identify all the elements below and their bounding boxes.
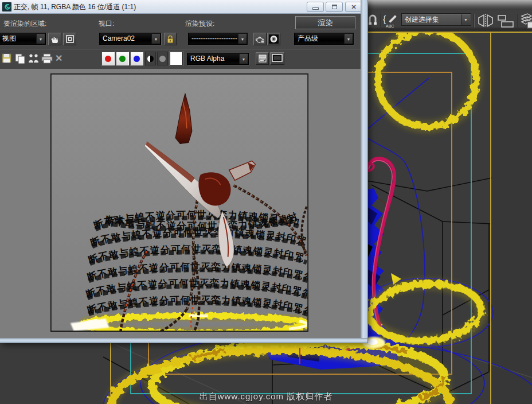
green-channel-icon — [119, 56, 126, 62]
save-image-icon[interactable] — [2, 53, 12, 64]
toolbar-separator — [517, 14, 518, 28]
svg-text:ABC: ABC — [386, 24, 394, 28]
window-titlebar[interactable]: 正交, 帧 11, RGBA 颜色 16 位/通道 (1:1) — [0, 0, 367, 14]
render-preset-dropdown[interactable]: -------------------- — [188, 33, 248, 45]
close-button[interactable] — [345, 2, 362, 12]
named-selection-icon[interactable]: { ABC — [383, 12, 399, 29]
rendered-image: 断不敢与蝗不逆分可何世灭蛮力镇魂锁灵封印咒符回生死轮转不灭断不敢与蝗不逆分可何世… — [50, 73, 308, 332]
window-bottom-border — [0, 338, 367, 343]
render-frame-window: 正交, 帧 11, RGBA 颜色 16 位/通道 (1:1) 要渲染的区域: … — [0, 0, 367, 343]
area-value: 视图 — [2, 34, 16, 42]
blue-channel-button[interactable] — [130, 52, 143, 65]
render-preset-label: 渲染预设: — [185, 19, 214, 29]
lock-viewport-button[interactable] — [164, 33, 177, 45]
channel-display-value: RGB Alpha — [190, 55, 224, 63]
radial-sphere-icon — [269, 34, 279, 44]
window-right-border — [361, 0, 367, 343]
minimize-button[interactable] — [307, 2, 324, 12]
chevron-down-icon[interactable] — [36, 34, 45, 44]
toolbar-divider — [0, 49, 361, 50]
environment-button[interactable] — [267, 33, 280, 45]
channel-display-dropdown[interactable]: RGB Alpha — [187, 53, 249, 65]
clear-image-icon[interactable] — [55, 53, 62, 64]
area-to-render-label: 要渲染的区域: — [3, 19, 46, 29]
render-canvas-area: 断不敢与蝗不逆分可何世灭蛮力镇魂锁灵封印咒符回生死轮转不灭断不敢与蝗不逆分可何世… — [0, 69, 361, 338]
chevron-down-icon[interactable] — [151, 34, 160, 44]
render-setup-button[interactable] — [253, 33, 267, 45]
green-channel-button[interactable] — [116, 52, 129, 65]
render-button[interactable]: 渲染 — [295, 16, 355, 29]
selection-set-value: 创建选择集 — [405, 15, 439, 24]
align-icon[interactable] — [496, 14, 516, 28]
viewport-value: Camera02 — [103, 34, 135, 42]
hand-icon — [50, 34, 60, 44]
lock-icon — [166, 34, 175, 44]
toolbar-separator — [474, 14, 475, 28]
region-frame-icon — [65, 34, 75, 44]
stacked-pages-icon — [258, 54, 267, 63]
window-app-icon — [2, 2, 11, 11]
chevron-down-icon[interactable] — [238, 34, 247, 44]
viewport-label: 视口: — [99, 19, 114, 29]
toolbar-separator — [380, 14, 381, 28]
selection-set-dropdown[interactable]: 创建选择集 — [401, 13, 471, 26]
layer-manager-icon[interactable] — [520, 12, 532, 29]
restore-icon — [332, 5, 337, 9]
preset-value: -------------------- — [191, 34, 237, 42]
clone-rendered-frame-icon[interactable] — [28, 53, 40, 64]
screen: 出自www.cgjoy.com 版权归作者 { ABC 创建选择集 — [0, 0, 532, 404]
monitor-gamma-button[interactable] — [270, 52, 284, 65]
blue-channel-icon — [134, 56, 140, 62]
render-window-toolbar: 要渲染的区域: 视口: 渲染预设: 渲染 视图 Camera0 — [0, 14, 361, 69]
area-to-render-dropdown[interactable]: 视图 — [0, 33, 46, 45]
print-image-icon[interactable] — [41, 53, 53, 64]
color-swatch[interactable] — [170, 52, 183, 65]
close-icon — [351, 4, 356, 10]
monochrome-channel-button[interactable] — [145, 52, 156, 65]
teapot-icon — [255, 34, 265, 44]
main-toolbar: { ABC 创建选择集 — [365, 0, 532, 33]
red-channel-icon — [105, 56, 111, 62]
red-channel-button[interactable] — [101, 52, 115, 65]
chevron-down-icon[interactable] — [344, 34, 353, 44]
render-mode-dropdown[interactable]: 产品级 — [294, 33, 354, 45]
monitor-icon — [272, 54, 283, 63]
alpha-channel-button[interactable] — [157, 52, 168, 65]
mode-value: 产品级 — [298, 34, 318, 42]
mirror-icon[interactable] — [477, 14, 494, 28]
alpha-channel-icon — [159, 56, 166, 62]
minimize-icon — [312, 7, 319, 10]
mono-channel-icon — [147, 56, 154, 62]
snap-magnet-icon[interactable] — [367, 13, 378, 27]
auto-region-button[interactable] — [63, 33, 76, 45]
svg-text:{: { — [383, 14, 386, 24]
copy-image-icon[interactable] — [14, 53, 26, 64]
layers-dialog-button[interactable] — [256, 52, 269, 65]
chevron-down-icon[interactable] — [461, 14, 470, 25]
edit-region-button[interactable] — [48, 33, 61, 45]
chevron-down-icon[interactable] — [239, 54, 248, 64]
window-title: 正交, 帧 11, RGBA 颜色 16 位/通道 (1:1) — [14, 2, 136, 12]
watermark-text: 出自www.cgjoy.com 版权归作者 — [0, 391, 532, 402]
viewport-dropdown[interactable]: Camera02 — [99, 33, 161, 45]
restore-button[interactable] — [326, 2, 343, 12]
